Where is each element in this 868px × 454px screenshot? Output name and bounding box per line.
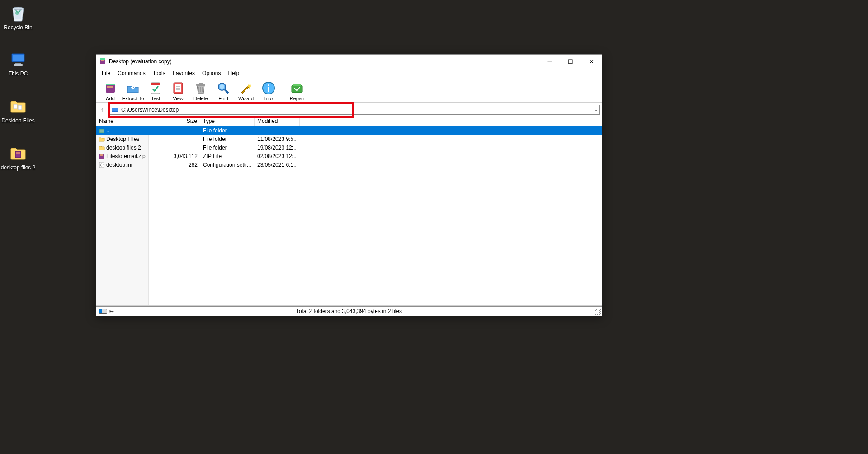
file-type: File folder [200,145,255,151]
find-icon [216,81,231,95]
svg-rect-13 [106,84,115,93]
file-row[interactable]: ..File folder [96,126,602,135]
wizard-icon [239,81,253,95]
add-icon [103,81,118,95]
this-pc-icon [9,50,28,69]
tool-add[interactable]: Add [99,81,122,102]
extract-icon [126,81,140,95]
file-icon [96,145,105,151]
svg-rect-10 [100,59,105,64]
desktop-icon-recycle-bin[interactable]: Recycle Bin [0,4,36,32]
tool-info[interactable]: Info [257,81,280,102]
file-icon [96,153,105,159]
desktop-icon-label: desktop files 2 [0,164,36,172]
svg-rect-11 [101,60,104,61]
svg-rect-12 [100,58,105,60]
file-modified: 19/08/2023 12:... [255,145,300,151]
svg-rect-6 [14,104,17,109]
svg-line-30 [225,89,228,93]
desktop-icon-label: This PC [0,70,36,78]
up-button[interactable]: ↑ [98,106,106,113]
file-modified: 02/08/2023 12:... [255,153,300,159]
maximize-button[interactable]: ☐ [560,55,581,68]
desktop-icon-label: Recycle Bin [0,24,36,32]
svg-point-0 [13,7,24,10]
svg-rect-4 [15,63,21,64]
file-modified: 23/05/2021 6:1... [255,162,300,168]
menu-options[interactable]: Options [198,69,224,77]
svg-rect-33 [268,87,269,92]
desktop-icon-desktop-files[interactable]: Desktop FIles [0,97,36,125]
close-button[interactable]: ✕ [581,55,602,68]
file-icon [96,127,105,134]
tool-test[interactable]: Test [144,81,167,102]
svg-rect-24 [199,83,203,84]
address-bar[interactable]: C:\Users\Vince\Desktop ⌄ [109,105,600,115]
menu-favorites[interactable]: Favorites [169,69,198,77]
desktop-icon-desktop-files-2[interactable]: desktop files 2 [0,144,36,172]
tool-find[interactable]: Find [212,81,235,102]
file-size: 282 [170,162,200,168]
tool-extract-to[interactable]: Extract To [122,81,144,102]
file-name: Filesforemail.zip [105,153,170,159]
delete-icon [193,81,208,95]
svg-rect-15 [106,84,115,85]
file-icon [96,162,105,168]
status-text: Total 2 folders and 3,043,394 bytes in 2… [296,308,402,314]
disk-usage-icon [99,309,107,314]
header-name[interactable]: Name [96,117,170,126]
tool-repair[interactable]: Repair [286,81,308,102]
file-modified: 11/08/2023 9:5... [255,136,300,142]
drive-icon [111,107,118,113]
file-row[interactable]: Filesforemail.zip3,043,112ZIP File02/08/… [96,152,602,160]
svg-rect-14 [107,86,113,88]
svg-rect-17 [151,83,160,85]
file-type: File folder [200,127,255,134]
file-size: 3,043,112 [170,153,200,159]
toolbar: Add Extract To Test View Delete [96,78,602,103]
desktop-icon-label: Desktop FIles [0,117,36,125]
winrar-icon [99,58,106,65]
toolbar-separator [283,81,283,100]
menu-help[interactable]: Help [224,69,243,77]
header-modified[interactable]: Modified [255,117,300,126]
svg-rect-37 [112,108,118,111]
column-headers: Name Size Type Modified [96,117,602,126]
header-size[interactable]: Size [170,117,200,126]
resize-grip[interactable] [595,309,601,315]
menubar: File Commands Tools Favorites Options He… [96,68,602,78]
desktop-icon-this-pc[interactable]: This PC [0,50,36,78]
titlebar[interactable]: Desktop (evaluation copy) ─ ☐ ✕ [96,55,602,68]
svg-rect-40 [100,154,103,156]
file-name: Desktop FIles [105,136,170,142]
test-icon [148,81,163,95]
file-row[interactable]: desktop files 2File folder19/08/2023 12:… [96,143,602,152]
menu-commands[interactable]: Commands [114,69,149,77]
dropdown-icon[interactable]: ⌄ [594,107,598,112]
header-type[interactable]: Type [200,117,255,126]
file-type: ZIP File [200,153,255,159]
tool-delete[interactable]: Delete [189,81,212,102]
menu-file[interactable]: File [98,69,114,77]
file-name: .. [105,127,170,134]
path-text: C:\Users\Vince\Desktop [121,107,179,113]
recycle-bin-icon [9,4,28,23]
folder-icon [9,144,28,163]
svg-rect-9 [16,152,20,154]
lock-icon: 🗝 [109,309,114,314]
file-row[interactable]: desktop.ini282Configuration setti...23/0… [96,160,602,169]
file-list: ..File folderDesktop FIlesFile folder11/… [96,126,602,306]
svg-rect-5 [14,64,23,66]
svg-point-1 [15,11,19,15]
svg-point-29 [220,84,224,89]
menu-tools[interactable]: Tools [149,69,169,77]
tool-wizard[interactable]: Wizard [235,81,257,102]
repair-icon [290,81,304,95]
file-row[interactable]: Desktop FIlesFile folder11/08/2023 9:5..… [96,135,602,143]
tool-view[interactable]: View [167,81,189,102]
svg-rect-38 [99,129,104,133]
minimize-button[interactable]: ─ [539,55,560,68]
view-icon [171,81,185,95]
file-type: File folder [200,136,255,142]
window-title: Desktop (evaluation copy) [109,58,539,65]
